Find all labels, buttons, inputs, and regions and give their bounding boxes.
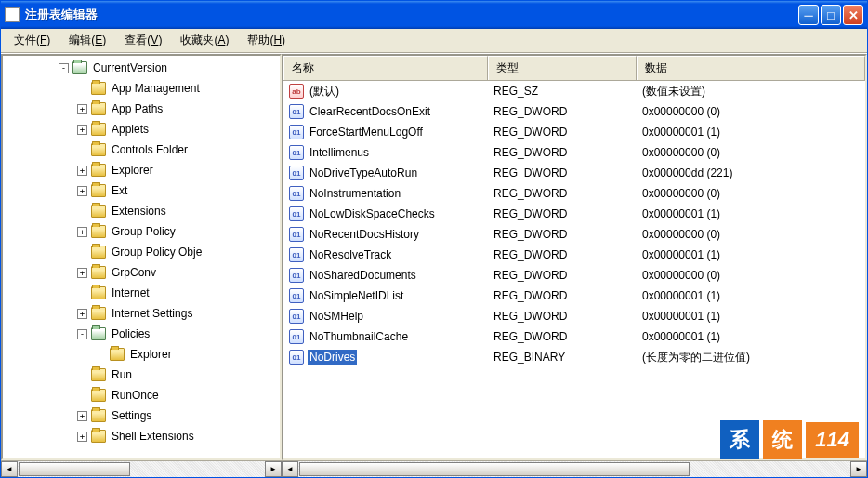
tree-label: RunOnce (110, 388, 161, 403)
expand-icon[interactable]: + (77, 166, 87, 176)
tree-panel[interactable]: -CurrentVersionApp Management+App Paths+… (1, 54, 282, 460)
value-type: REG_DWORD (488, 105, 637, 118)
value-data: (长度为零的二进位值) (637, 350, 865, 365)
binary-value-icon: 01 (289, 268, 304, 283)
collapse-icon[interactable]: - (77, 329, 87, 339)
binary-value-icon: 01 (289, 227, 304, 242)
tree-node[interactable]: +Settings (3, 405, 280, 426)
expand-icon[interactable]: + (77, 125, 87, 135)
tree-label: Explorer (110, 163, 155, 178)
list-row[interactable]: 01ForceStartMenuLogOffREG_DWORD0x0000000… (283, 122, 865, 142)
expand-icon[interactable]: + (77, 186, 87, 196)
scroll-thumb[interactable] (19, 462, 130, 476)
tree-node[interactable]: +Group Policy (3, 221, 280, 242)
tree-label: Run (110, 367, 134, 382)
tree-node[interactable]: App Management (3, 78, 280, 99)
close-button[interactable]: ✕ (843, 5, 863, 25)
expand-icon[interactable]: + (77, 411, 87, 421)
scroll-thumb[interactable] (299, 462, 690, 476)
tree-node[interactable]: -CurrentVersion (3, 58, 280, 78)
tree-node[interactable]: -Policies (3, 324, 280, 344)
list-row[interactable]: 01NoDriveTypeAutoRunREG_DWORD0x000000dd … (283, 163, 865, 183)
expand-icon[interactable]: + (77, 104, 87, 114)
tree-node[interactable]: Run (3, 365, 280, 385)
list-row[interactable]: 01NoResolveTrackREG_DWORD0x00000001 (1) (283, 245, 865, 265)
registry-editor-window: 注册表编辑器 ─ □ ✕ 文件(F)编辑(E)查看(V)收藏夹(A)帮助(H) … (0, 0, 868, 478)
tree-node[interactable]: +App Paths (3, 99, 280, 119)
titlebar[interactable]: 注册表编辑器 ─ □ ✕ (1, 1, 867, 29)
list-row[interactable]: 01NoDrivesREG_BINARY(长度为零的二进位值) (283, 347, 865, 367)
app-icon (5, 7, 20, 22)
value-name: NoSMHelp (308, 309, 365, 324)
scroll-right-icon[interactable]: ► (265, 461, 282, 477)
list-row[interactable]: 01NoRecentDocsHistoryREG_DWORD0x00000000… (283, 224, 865, 245)
list-panel[interactable]: 名称 类型 数据 ab(默认)REG_SZ(数值未设置)01ClearRecen… (282, 54, 867, 460)
maximize-button[interactable]: □ (821, 5, 841, 25)
tree-label: CurrentVersion (91, 60, 169, 75)
value-name: NoSharedDocuments (308, 268, 418, 283)
tree-node[interactable]: Extensions (3, 201, 280, 221)
value-data: 0x000000dd (221) (637, 166, 865, 179)
folder-closed-icon (91, 286, 106, 299)
menu-编辑[interactable]: 编辑(E) (61, 30, 113, 51)
list-row[interactable]: 01IntellimenusREG_DWORD0x00000000 (0) (283, 142, 865, 163)
list-row[interactable]: 01NoSimpleNetIDListREG_DWORD0x00000001 (… (283, 285, 865, 306)
collapse-icon[interactable]: - (59, 63, 69, 73)
column-name[interactable]: 名称 (283, 56, 488, 80)
scroll-right-icon[interactable]: ► (850, 461, 867, 477)
tree-label: App Management (110, 81, 202, 96)
tree-node[interactable]: Explorer (3, 344, 280, 365)
binary-value-icon: 01 (289, 288, 304, 303)
list-scrollbar[interactable]: ◄ ► (282, 460, 867, 477)
menu-查看[interactable]: 查看(V) (117, 30, 169, 51)
list-row[interactable]: 01NoInstrumentationREG_DWORD0x00000000 (… (283, 183, 865, 204)
tree-node[interactable]: Controls Folder (3, 139, 280, 160)
list-row[interactable]: 01NoLowDiskSpaceChecksREG_DWORD0x0000000… (283, 204, 865, 224)
column-type[interactable]: 类型 (488, 56, 637, 80)
menu-帮助[interactable]: 帮助(H) (240, 30, 293, 51)
tree-label: App Paths (110, 101, 164, 116)
value-data: 0x00000000 (0) (637, 269, 865, 282)
tree-node[interactable]: +Internet Settings (3, 303, 280, 324)
tree-node[interactable]: RunOnce (3, 385, 280, 405)
tree-node[interactable]: +Ext (3, 180, 280, 201)
minimize-button[interactable]: ─ (798, 5, 819, 25)
tree-node[interactable]: +GrpConv (3, 262, 280, 283)
folder-closed-icon (91, 430, 106, 443)
list-row[interactable]: 01NoSMHelpREG_DWORD0x00000001 (1) (283, 306, 865, 326)
scroll-left-icon[interactable]: ◄ (1, 461, 18, 477)
string-value-icon: ab (289, 84, 304, 99)
tree-label: Controls Folder (110, 142, 190, 157)
tree-label: GrpConv (110, 265, 158, 280)
list-row[interactable]: ab(默认)REG_SZ(数值未设置) (283, 81, 865, 101)
tree-node[interactable]: Internet (3, 283, 280, 303)
list-row[interactable]: 01ClearRecentDocsOnExitREG_DWORD0x000000… (283, 101, 865, 122)
folder-open-icon (72, 61, 87, 74)
expand-icon[interactable]: + (77, 309, 87, 319)
scroll-left-icon[interactable]: ◄ (282, 461, 298, 477)
folder-closed-icon (91, 82, 106, 95)
value-name: NoDriveTypeAutoRun (308, 166, 419, 180)
value-type: REG_BINARY (488, 351, 637, 364)
value-data: 0x00000000 (0) (637, 146, 865, 159)
column-data[interactable]: 数据 (637, 56, 865, 80)
menu-收藏夹[interactable]: 收藏夹(A) (173, 30, 236, 51)
list-row[interactable]: 01NoThumbnailCacheREG_DWORD0x00000001 (1… (283, 326, 865, 347)
tree-node[interactable]: +Shell Extensions (3, 426, 280, 446)
binary-value-icon: 01 (289, 145, 304, 160)
expand-icon[interactable]: + (77, 227, 87, 237)
window-title: 注册表编辑器 (25, 7, 798, 23)
tree-scrollbar[interactable]: ◄ ► (1, 460, 282, 477)
tree-node[interactable]: +Explorer (3, 160, 280, 180)
expand-icon[interactable]: + (77, 268, 87, 278)
expand-icon[interactable]: + (77, 432, 87, 442)
content-area: -CurrentVersionApp Management+App Paths+… (1, 53, 867, 460)
value-data: 0x00000001 (1) (637, 248, 865, 261)
tree-node[interactable]: +Applets (3, 119, 280, 139)
tree-node[interactable]: Group Policy Obje (3, 242, 280, 262)
list-row[interactable]: 01NoSharedDocumentsREG_DWORD0x00000000 (… (283, 265, 865, 285)
value-name: NoSimpleNetIDList (308, 288, 405, 303)
folder-closed-icon (91, 164, 106, 177)
menu-文件[interactable]: 文件(F) (7, 30, 58, 51)
value-data: 0x00000001 (1) (637, 207, 865, 220)
